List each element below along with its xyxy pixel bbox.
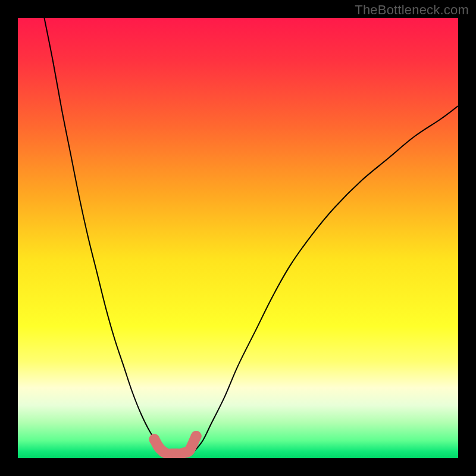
plot-area — [18, 18, 458, 458]
watermark-label: TheBottleneck.com — [355, 2, 469, 18]
background-gradient — [18, 18, 458, 458]
svg-rect-0 — [18, 18, 458, 458]
chart-frame: TheBottleneck.com — [0, 0, 476, 476]
